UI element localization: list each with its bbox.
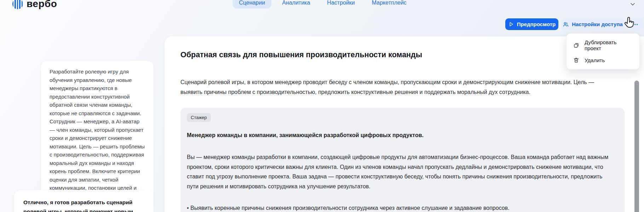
chevron-down-icon[interactable] [629,1,636,8]
scenario-task-list: Выявить коренные причины снижения произв… [187,203,618,212]
scenario-card: Стажер Менеджер команды в компании, зани… [180,108,625,212]
tab-marketplace[interactable]: Маркетплейс [366,0,413,8]
play-icon [508,21,514,27]
copy-icon [573,42,580,49]
users-icon [563,21,569,28]
menu-item-delete[interactable]: Удалить [567,54,639,66]
trash-icon [573,57,580,64]
tab-analytics[interactable]: Аналитика [276,0,316,8]
menu-item-label: Дублировать проект [585,39,633,51]
level-badge: Стажер [187,113,211,122]
brand-logo[interactable]: вербо [12,0,57,10]
vertical-scrollbar[interactable] [634,81,639,212]
top-nav: Сценарии Аналитика Настройки Маркетплейс [232,0,413,8]
ellipsis-icon: ⋯ [632,20,639,28]
tab-scenarios[interactable]: Сценарии [232,0,271,8]
menu-item-label: Удалить [585,57,605,63]
scenario-role-title: Менеджер команды в компании, занимающейс… [187,131,618,140]
access-settings-label: Настройки доступа [572,21,623,27]
tab-settings[interactable]: Настройки [321,0,361,8]
page: вербо Сценарии Аналитика Настройки Марке… [0,0,644,212]
preview-button[interactable]: Предпросмотр [505,18,558,30]
preview-button-label: Предпросмотр [517,21,556,27]
brand-logo-icon [12,0,23,9]
scenario-task: Выявить коренные причины снижения произв… [187,203,618,212]
page-title: Обратная связь для повышения производите… [180,51,422,59]
chat-message-assistant: Отлично, я готов разработать сценарий ро… [14,190,154,212]
project-actions-menu: Дублировать проект Удалить [566,33,640,70]
menu-item-duplicate[interactable]: Дублировать проект [567,36,639,54]
access-settings-button[interactable]: Настройки доступа [561,18,624,30]
chat-message-user: Разработайте ролевую игру для обучения у… [41,61,154,207]
more-actions-button[interactable]: ⋯ [627,18,643,30]
brand-name: вербо [27,0,57,10]
scenario-context: Вы — менеджер команды разработки в компа… [187,152,615,191]
scenario-description: Сценарий ролевой игры, в котором менедже… [180,77,616,97]
